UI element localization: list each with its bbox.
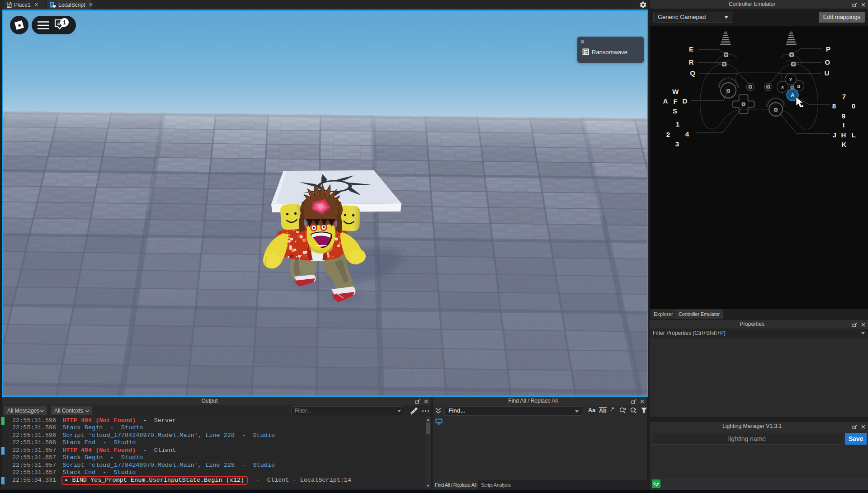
svg-text:7: 7: [842, 93, 846, 100]
svg-text:L: L: [851, 131, 855, 139]
svg-text:W: W: [672, 88, 679, 95]
svg-text:U: U: [825, 69, 830, 77]
svg-text:A: A: [663, 97, 668, 105]
svg-text:Y: Y: [789, 77, 793, 82]
svg-text:J: J: [833, 131, 836, 139]
svg-text:H: H: [841, 131, 846, 139]
svg-text:9: 9: [842, 112, 845, 120]
svg-text:R: R: [689, 58, 694, 66]
svg-text:8: 8: [832, 102, 836, 110]
svg-text:0: 0: [852, 102, 855, 110]
svg-text:2: 2: [666, 131, 670, 138]
svg-text:K: K: [842, 141, 847, 148]
svg-text:4: 4: [685, 130, 689, 138]
svg-text:1: 1: [676, 120, 679, 128]
svg-text:A: A: [791, 92, 795, 99]
svg-text:E: E: [689, 45, 693, 53]
svg-text:Q: Q: [690, 69, 695, 77]
svg-text:B: B: [797, 84, 801, 89]
svg-text:D: D: [683, 97, 688, 105]
svg-text:S: S: [673, 107, 677, 115]
svg-text:P: P: [826, 45, 830, 53]
svg-text:F: F: [673, 98, 677, 105]
svg-text:O: O: [825, 58, 830, 66]
svg-text:I: I: [843, 121, 844, 129]
svg-text:X: X: [781, 85, 784, 89]
svg-text:3: 3: [675, 140, 679, 148]
